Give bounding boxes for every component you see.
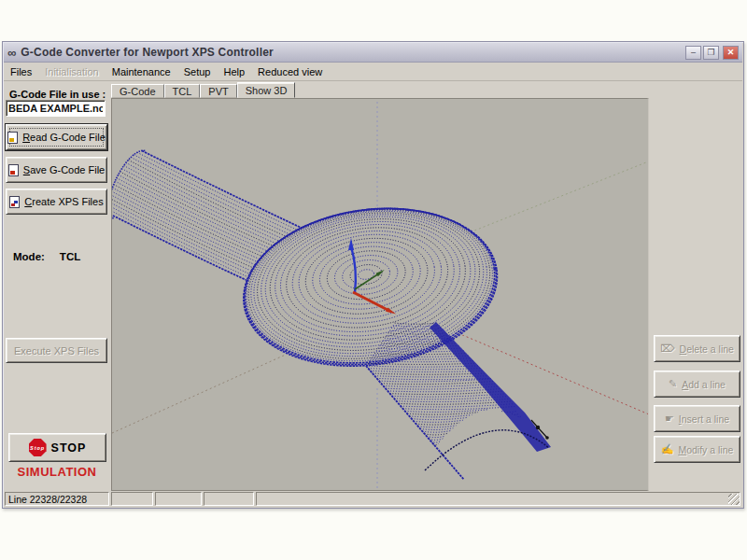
status-panel — [111, 492, 153, 506]
status-bar: Line 22328/22328 — [4, 491, 742, 507]
document-save-icon — [8, 164, 19, 176]
pencil-icon: ✎ — [669, 379, 677, 389]
eraser-icon: ⌦ — [660, 343, 675, 354]
tab-pvt[interactable]: PVT — [200, 84, 236, 98]
app-icon: ∞ — [7, 47, 16, 59]
tab-tcl[interactable]: TCL — [164, 84, 201, 98]
menu-initialisation: Initialisation — [38, 64, 105, 79]
minimize-button[interactable]: – — [685, 46, 701, 60]
modify-line-button: ✍ Modify a line — [654, 436, 740, 463]
tab-show-3d[interactable]: Show 3D — [237, 82, 296, 98]
insert-line-button: ☛ Insert a line — [654, 405, 740, 432]
read-gcode-button[interactable]: Read G-Code File — [6, 124, 107, 150]
insert-hand-icon: ☛ — [665, 413, 674, 424]
status-panel — [256, 492, 740, 506]
status-panel — [204, 492, 254, 506]
menu-maintenance[interactable]: Maintenance — [106, 64, 177, 79]
mode-value: TCL — [60, 251, 80, 262]
menu-setup[interactable]: Setup — [177, 64, 218, 79]
document-read-icon — [7, 132, 18, 144]
status-line-counter: Line 22328/22328 — [5, 492, 109, 506]
add-line-button: ✎ Add a line — [654, 371, 740, 398]
tab-strip: G-Code TCL PVT Show 3D — [111, 82, 295, 98]
file-in-use-label: G-Code File in use : — [9, 89, 106, 100]
3d-viewport[interactable] — [112, 99, 648, 490]
menu-help[interactable]: Help — [217, 64, 251, 79]
mode-label: Mode: — [13, 251, 45, 262]
app-window: ∞ G-Code Converter for Newport XPS Contr… — [2, 41, 744, 509]
stop-button[interactable]: Stop STOP — [8, 433, 106, 462]
gcode-file-input[interactable] — [6, 100, 106, 117]
menu-files[interactable]: Files — [4, 64, 38, 79]
maximize-button[interactable]: ❐ — [703, 46, 719, 60]
status-panel — [155, 492, 202, 506]
menu-reduced-view[interactable]: Reduced view — [251, 64, 329, 79]
document-create-icon — [9, 196, 20, 208]
delete-line-button: ⌦ Delete a line — [654, 335, 740, 362]
create-xps-button[interactable]: Create XPS Files — [6, 189, 107, 215]
tab-gcode[interactable]: G-Code — [111, 84, 164, 98]
window-title: G-Code Converter for Newport XPS Control… — [21, 46, 274, 59]
menu-bar: Files Initialisation Maintenance Setup H… — [4, 63, 742, 81]
close-button[interactable]: ✕ — [723, 46, 739, 60]
writing-hand-icon: ✍ — [661, 444, 674, 455]
stop-sign-icon: Stop — [29, 439, 47, 456]
resize-grip[interactable] — [728, 494, 740, 505]
execute-xps-button: Execute XPS Files — [6, 338, 107, 363]
desktop: ∞ G-Code Converter for Newport XPS Contr… — [0, 0, 747, 560]
simulation-label: SIMULATION — [3, 465, 111, 479]
viewport-panel — [111, 98, 649, 491]
save-gcode-button[interactable]: Save G-Code File — [6, 157, 107, 183]
title-bar: ∞ G-Code Converter for Newport XPS Contr… — [4, 43, 742, 63]
mode-row: Mode:TCL — [13, 251, 80, 262]
